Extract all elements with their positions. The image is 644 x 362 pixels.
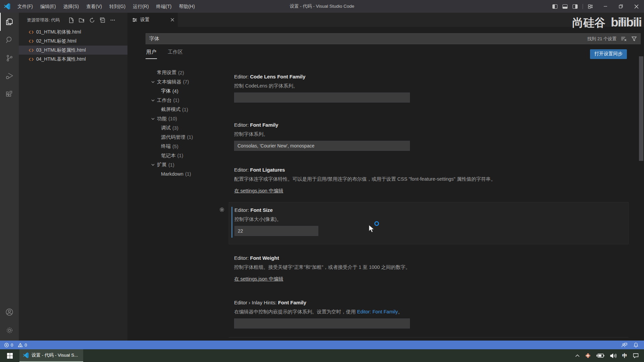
chevron-down-icon [150, 81, 156, 83]
toc-label: 扩展 [157, 162, 167, 168]
action-center-icon[interactable] [633, 353, 639, 358]
file-row[interactable]: 04_HTML基本属性.html [19, 55, 127, 64]
menu-item[interactable]: 终端(T) [153, 0, 175, 13]
toc-count: (1) [182, 107, 188, 112]
inlay-hints-font-family-input[interactable] [234, 318, 410, 328]
toc-count: (3) [172, 125, 178, 131]
toc-count: (1) [168, 162, 174, 168]
editor-more-actions-icon[interactable] [631, 17, 637, 23]
menu-item[interactable]: 帮助(H) [175, 0, 198, 13]
toc-count: (10) [168, 116, 177, 121]
setting-title: Editor: Font Family [234, 121, 629, 129]
toc-label: 终端 [161, 143, 171, 149]
tray-expand-chevron-icon[interactable] [575, 354, 580, 357]
toc-count: (1) [173, 98, 179, 103]
error-count: 0 [11, 343, 13, 348]
setting-inlay-hints-font-family: Editor › Inlay Hints: Font Family 在编辑器中控… [234, 299, 629, 328]
source-control-icon[interactable] [0, 49, 19, 67]
restore-button[interactable] [613, 0, 629, 13]
tab-close-icon[interactable] [170, 18, 174, 22]
font-size-input[interactable] [234, 226, 318, 236]
volume-icon[interactable] [610, 353, 616, 358]
tab-settings[interactable]: 设置 [127, 13, 178, 27]
menu-item[interactable]: 运行(R) [129, 0, 152, 13]
new-file-icon[interactable] [68, 17, 74, 23]
toc-item[interactable]: 终端 (5) [150, 142, 229, 151]
clear-search-filters-icon[interactable] [621, 36, 627, 42]
toc-item[interactable]: 截屏模式 (1) [150, 105, 229, 114]
font-family-input[interactable] [234, 141, 410, 151]
ime-indicator[interactable]: 中 [622, 353, 627, 359]
toc-item[interactable]: 常用设置 (2) [150, 68, 229, 77]
scope-tab[interactable]: 用户 [146, 48, 157, 59]
divider [583, 4, 583, 9]
toc-item[interactable]: 功能 (10) [150, 114, 229, 124]
toggle-sidebar-icon[interactable] [552, 4, 557, 9]
html-file-icon [29, 39, 34, 43]
toggle-secondary-sidebar-icon[interactable] [573, 4, 578, 9]
taskbar-vscode-item[interactable]: 设置 - 代码 - Visual S... [19, 349, 83, 362]
feedback-icon[interactable] [621, 342, 627, 348]
edit-in-settings-json-link[interactable]: 在 settings.json 中编辑 [234, 188, 283, 194]
run-debug-icon[interactable] [0, 67, 19, 85]
customize-layout-icon[interactable] [588, 4, 593, 9]
setting-gear-icon[interactable] [219, 207, 225, 213]
turn-on-settings-sync-button[interactable]: 打开设置同步 [590, 49, 627, 59]
toc-item[interactable]: Markdown (1) [150, 170, 229, 179]
error-icon [4, 343, 9, 348]
divider [229, 337, 629, 338]
file-row[interactable]: 02_HTML标签.html [19, 37, 127, 46]
start-button[interactable] [0, 349, 19, 362]
menu-item[interactable]: 文件(F) [14, 0, 37, 13]
settings-scope-tabs: 用户工作区 [146, 48, 194, 59]
tray-app-icon[interactable] [585, 353, 591, 358]
setting-title: Editor: Font Ligatures [234, 166, 629, 174]
menu-item[interactable]: 查看(V) [83, 0, 106, 13]
more-actions-icon[interactable] [110, 17, 115, 23]
html-file-icon [29, 48, 34, 52]
menu-item[interactable]: 编辑(E) [37, 0, 60, 13]
edit-in-settings-json-link[interactable]: 在 settings.json 中编辑 [234, 276, 283, 282]
settings-search-input[interactable] [149, 36, 587, 42]
file-row[interactable]: 03_HTML标签属性.html [19, 46, 127, 55]
collapse-all-icon[interactable] [100, 17, 105, 23]
toc-item[interactable]: 扩展 (1) [150, 160, 229, 170]
battery-icon[interactable] [596, 353, 604, 358]
new-folder-icon[interactable] [79, 17, 85, 23]
sidebar-title: 资源管理器: 代码 [27, 17, 60, 23]
code-lens-font-family-input[interactable] [234, 93, 410, 103]
toc-item[interactable]: 字体 (4) [150, 86, 229, 96]
menu-item[interactable]: 转到(G) [106, 0, 129, 13]
refresh-icon[interactable] [89, 17, 95, 23]
toc-label: 截屏模式 [161, 106, 180, 113]
notifications-bell-icon[interactable] [633, 342, 639, 348]
toggle-panel-icon[interactable] [562, 4, 568, 9]
manage-gear-icon[interactable] [0, 321, 19, 339]
windows-taskbar: 设置 - 代码 - Visual S... 中 [0, 349, 644, 362]
toc-item[interactable]: 工作台 (1) [150, 96, 229, 105]
setting-title: Editor: Font Weight [234, 254, 629, 262]
setting-description: 在编辑器中控制内嵌提示的字体系列。设置为空时，使用 Editor: Font F… [234, 308, 629, 315]
filter-funnel-icon[interactable] [631, 36, 637, 42]
warning-count: 0 [24, 343, 27, 348]
toc-label: 常用设置 [157, 69, 176, 76]
explorer-icon[interactable] [0, 13, 19, 31]
toc-item[interactable]: 文本编辑器 (7) [150, 77, 229, 87]
file-row[interactable]: 01_HTML初体验.html [19, 27, 127, 37]
split-editor-icon[interactable] [620, 17, 626, 23]
extensions-icon[interactable] [0, 85, 19, 103]
menu-item[interactable]: 选择(S) [60, 0, 83, 13]
vscode-logo-icon [23, 352, 29, 358]
toc-count: (1) [177, 153, 183, 158]
editor-scrollbar[interactable] [639, 56, 643, 161]
close-button[interactable] [629, 0, 644, 13]
account-icon[interactable] [0, 303, 19, 321]
toc-item[interactable]: 调试 (3) [150, 123, 229, 133]
toc-item[interactable]: 源代码管理 (1) [150, 133, 229, 142]
search-icon[interactable] [0, 31, 19, 49]
minimize-button[interactable] [598, 0, 613, 13]
editor-font-family-link[interactable]: Editor: Font Family [357, 309, 398, 314]
problems-status[interactable]: 0 0 [4, 343, 27, 348]
toc-item[interactable]: 笔记本 (1) [150, 151, 229, 161]
scope-tab[interactable]: 工作区 [167, 48, 183, 59]
